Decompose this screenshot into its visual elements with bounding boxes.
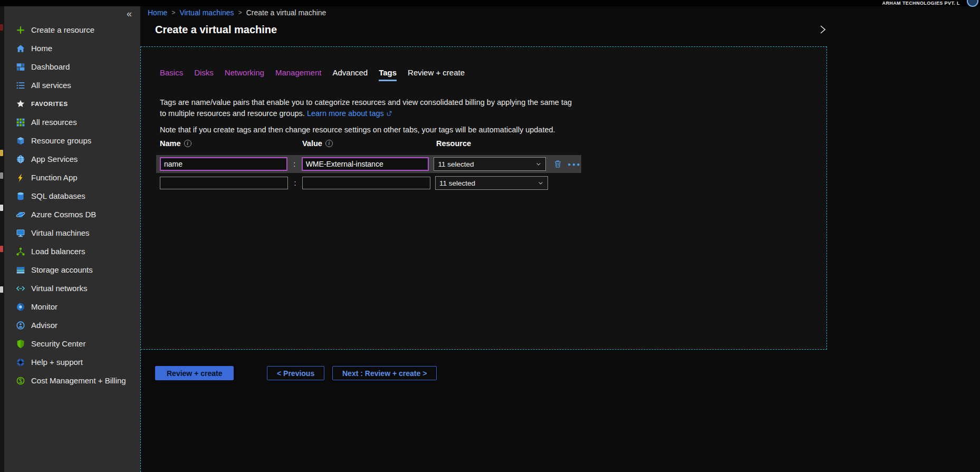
tab-networking[interactable]: Networking xyxy=(225,68,264,81)
resource-dropdown[interactable]: 11 selected xyxy=(434,157,546,171)
sidebar-item-favorites: FAVORITES xyxy=(4,94,140,113)
breadcrumb-current: Create a virtual machine xyxy=(246,8,326,17)
main-content: Home > Virtual machines > Create a virtu… xyxy=(140,6,980,472)
tags-tab-panel: BasicsDisksNetworkingManagementAdvancedT… xyxy=(141,46,827,350)
info-icon[interactable]: i xyxy=(184,140,191,147)
learn-more-link[interactable]: Learn more about tags xyxy=(307,109,392,118)
sidebar-item-home[interactable]: Home xyxy=(4,39,140,57)
vnet-icon xyxy=(16,284,25,293)
tags-note: Note that if you create tags and then ch… xyxy=(160,124,578,136)
planet-icon xyxy=(16,210,25,219)
sidebar-item-resource-groups[interactable]: Resource groups xyxy=(4,131,140,150)
lifebuoy-icon xyxy=(16,358,25,367)
row-more-options-icon[interactable]: ●●● xyxy=(568,161,581,167)
edge-artifact xyxy=(0,205,3,211)
tab-tags[interactable]: Tags xyxy=(379,68,397,81)
tab-review-create[interactable]: Review + create xyxy=(408,68,465,81)
tenant-name: ARHAM TECHNOLOGIES PVT. L xyxy=(882,1,960,6)
tag-name-input[interactable] xyxy=(160,177,288,189)
sidebar-item-all-resources[interactable]: All resources xyxy=(4,113,140,131)
sidebar-item-label: Storage accounts xyxy=(31,265,93,274)
sidebar-item-azure-cosmos-db[interactable]: Azure Cosmos DB xyxy=(4,205,140,224)
breadcrumb-separator: > xyxy=(171,9,175,16)
tag-rows: :11 selected●●●:11 selected xyxy=(156,155,581,193)
balancer-icon xyxy=(16,247,25,256)
advisor-icon xyxy=(16,321,25,330)
tag-value-input[interactable] xyxy=(302,177,430,189)
sidebar-collapse-icon[interactable]: « xyxy=(127,9,132,18)
sidebar-item-help-support[interactable]: Help + support xyxy=(4,353,140,371)
globe-icon xyxy=(16,155,25,164)
monitor-icon xyxy=(16,302,25,312)
sidebar-item-label: Advisor xyxy=(31,321,57,330)
next-button[interactable]: Next : Review + create > xyxy=(332,366,437,380)
sidebar-item-dashboard[interactable]: Dashboard xyxy=(4,57,140,76)
sidebar-item-load-balancers[interactable]: Load balancers xyxy=(4,242,140,261)
sidebar-item-sql-databases[interactable]: SQL databases xyxy=(4,187,140,205)
tag-name-input[interactable] xyxy=(160,157,287,171)
tab-disks[interactable]: Disks xyxy=(194,68,214,81)
sidebar-item-label: SQL databases xyxy=(31,191,85,200)
tab-advanced[interactable]: Advanced xyxy=(332,68,368,81)
sidebar-item-monitor[interactable]: Monitor xyxy=(4,297,140,316)
sidebar-nav: Create a resourceHomeDashboardAll servic… xyxy=(4,21,140,390)
breadcrumb-home-link[interactable]: Home xyxy=(148,8,167,17)
external-link-icon xyxy=(386,108,392,119)
sidebar-item-label: Monitor xyxy=(31,302,57,311)
previous-button[interactable]: < Previous xyxy=(267,366,324,380)
delete-tag-row-button[interactable] xyxy=(553,159,562,169)
info-icon[interactable]: i xyxy=(325,140,333,147)
sidebar-item-label: Resource groups xyxy=(31,136,91,145)
plus-icon xyxy=(16,25,25,35)
sidebar-item-advisor[interactable]: Advisor xyxy=(4,316,140,334)
sidebar-item-label: Cost Management + Billing xyxy=(31,376,126,385)
sidebar-item-virtual-networks[interactable]: Virtual networks xyxy=(4,279,140,297)
edge-artifact xyxy=(0,24,3,31)
sidebar-item-virtual-machines[interactable]: Virtual machines xyxy=(4,224,140,242)
tab-management[interactable]: Management xyxy=(275,68,322,81)
database-icon xyxy=(16,191,25,201)
tab-basics[interactable]: Basics xyxy=(160,68,183,81)
sidebar-item-function-app[interactable]: Function App xyxy=(4,168,140,187)
storage-icon xyxy=(16,265,25,275)
tag-value-input[interactable] xyxy=(302,157,429,171)
sidebar-item-label: Create a resource xyxy=(31,25,94,34)
sidebar-item-security-center[interactable]: Security Center xyxy=(4,334,140,353)
sidebar: « Create a resourceHomeDashboardAll serv… xyxy=(4,6,140,472)
sidebar-item-create-a-resource[interactable]: Create a resource xyxy=(4,21,140,39)
avatar[interactable] xyxy=(967,0,978,7)
review-create-button[interactable]: Review + create xyxy=(155,366,234,380)
sidebar-item-storage-accounts[interactable]: Storage accounts xyxy=(4,261,140,279)
sidebar-item-label: Azure Cosmos DB xyxy=(31,210,96,219)
name-column-header: Name xyxy=(160,139,181,148)
colon-separator: : xyxy=(288,179,302,187)
menu-icon xyxy=(16,81,25,90)
vm-icon xyxy=(16,228,25,238)
tag-table-header: Name i Value i Resource xyxy=(156,139,549,148)
sidebar-item-cost-management-billing[interactable]: Cost Management + Billing xyxy=(4,371,140,390)
resource-dropdown[interactable]: 11 selected xyxy=(435,176,548,190)
sidebar-item-label: Virtual networks xyxy=(31,284,87,293)
wizard-tabs: BasicsDisksNetworkingManagementAdvancedT… xyxy=(160,68,465,81)
edge-artifact xyxy=(0,246,3,252)
edge-artifact xyxy=(0,286,3,293)
star-icon xyxy=(16,99,25,109)
sidebar-item-label: Virtual machines xyxy=(31,228,90,237)
azure-portal: ARHAM TECHNOLOGIES PVT. L « Create a res… xyxy=(0,0,980,472)
resource-column-header: Resource xyxy=(436,139,471,148)
sidebar-item-label: Home xyxy=(31,44,52,53)
shield-icon xyxy=(16,339,25,349)
cube-icon xyxy=(16,136,25,146)
chevron-down-icon xyxy=(535,161,542,167)
breadcrumb: Home > Virtual machines > Create a virtu… xyxy=(148,8,326,17)
breadcrumb-virtual-machines-link[interactable]: Virtual machines xyxy=(179,8,234,17)
chevron-right-icon[interactable] xyxy=(819,25,827,36)
tags-description: Tags are name/value pairs that enable yo… xyxy=(160,97,578,119)
value-column-header: Value xyxy=(302,139,322,148)
sidebar-item-label: All services xyxy=(31,81,71,90)
sidebar-item-app-services[interactable]: App Services xyxy=(4,150,140,168)
resource-dropdown-value: 11 selected xyxy=(438,160,474,168)
edge-artifact xyxy=(0,172,3,179)
breadcrumb-separator: > xyxy=(238,9,242,16)
sidebar-item-all-services[interactable]: All services xyxy=(4,76,140,94)
